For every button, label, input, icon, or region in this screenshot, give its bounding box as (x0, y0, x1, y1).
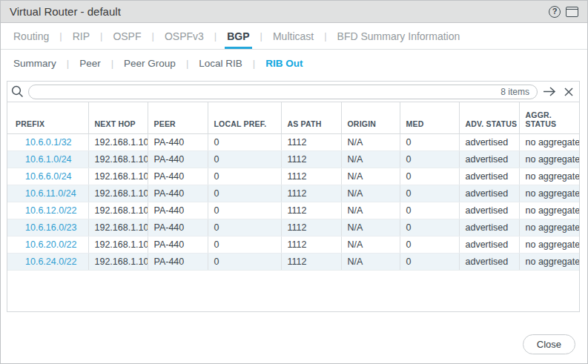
cell-local-pref: 0 (208, 185, 281, 202)
cell-adv-status: advertised (459, 185, 519, 202)
cell-aggr-status: no aggregate (519, 219, 579, 236)
cell-adv-status: advertised (459, 236, 519, 253)
cell-origin: N/A (341, 150, 400, 168)
table-row: 10.6.11.0/24192.168.1.10PA-44001112N/A0a… (7, 185, 579, 202)
cell-peer: PA-440 (148, 150, 208, 168)
cell-as-path: 1112 (281, 236, 341, 253)
cell-prefix: 10.6.0.1/32 (7, 133, 88, 150)
window-dock-icon[interactable] (566, 7, 578, 17)
cell-med: 0 (400, 168, 459, 185)
prefix-link[interactable]: 10.6.11.0/24 (25, 188, 76, 199)
tab-separator: | (214, 23, 217, 49)
dialog-title: Virtual Router - default (10, 5, 549, 18)
filter-bar: 8 items (7, 82, 579, 102)
cell-aggr-status: no aggregate (519, 185, 579, 202)
tab-separator: | (59, 23, 62, 49)
cell-as-path: 1112 (281, 202, 341, 219)
cell-peer: PA-440 (148, 219, 208, 236)
column-header-med[interactable]: MED (400, 102, 459, 133)
cell-peer: PA-440 (148, 185, 208, 202)
tab-bgp[interactable]: BGP (225, 23, 251, 49)
column-header-adv-status[interactable]: ADV. STATUS (459, 102, 519, 133)
cell-local-pref: 0 (208, 150, 281, 168)
cell-prefix: 10.6.6.0/24 (7, 168, 88, 185)
cell-med: 0 (400, 202, 459, 219)
cell-as-path: 1112 (281, 150, 341, 168)
tab-multicast[interactable]: Multicast (271, 23, 316, 49)
subtabs: Summary|Peer|Peer Group|Local RIB|RIB Ou… (1, 50, 587, 76)
cell-med: 0 (400, 150, 459, 168)
search-input[interactable] (29, 85, 537, 99)
help-icon[interactable]: ? (549, 6, 561, 18)
titlebar: Virtual Router - default ? (1, 1, 587, 23)
prefix-link[interactable]: 10.6.24.0/22 (25, 257, 77, 267)
prefix-link[interactable]: 10.6.20.0/22 (25, 239, 77, 250)
column-header-origin[interactable]: ORIGIN (341, 102, 400, 133)
tab-routing[interactable]: Routing (11, 23, 51, 49)
cell-as-path: 1112 (281, 185, 341, 202)
rib-out-table: PREFIXNEXT HOPPEERLOCAL PREF.AS PATHORIG… (7, 102, 579, 271)
cell-med: 0 (400, 219, 459, 236)
cell-local-pref: 0 (208, 202, 281, 219)
cell-peer: PA-440 (148, 236, 208, 253)
subtab-separator: | (186, 58, 188, 69)
tab-rip[interactable]: RIP (70, 23, 92, 49)
cell-local-pref: 0 (208, 133, 281, 150)
column-header-peer[interactable]: PEER (148, 102, 208, 133)
virtual-router-dialog: Virtual Router - default ? Routing|RIP|O… (0, 0, 588, 364)
cell-origin: N/A (341, 133, 400, 150)
cell-as-path: 1112 (281, 168, 341, 185)
prefix-link[interactable]: 10.6.1.0/24 (25, 154, 72, 165)
cell-aggr-status: no aggregate (519, 202, 579, 219)
clear-filter-icon[interactable] (562, 86, 575, 98)
prefix-link[interactable]: 10.6.6.0/24 (25, 171, 72, 182)
table-row: 10.6.20.0/22192.168.1.10PA-44001112N/A0a… (7, 236, 579, 253)
apply-filter-arrow-icon[interactable] (541, 85, 558, 98)
table-scroll-area[interactable]: PREFIXNEXT HOPPEERLOCAL PREF.AS PATHORIG… (7, 102, 579, 311)
cell-peer: PA-440 (148, 168, 208, 185)
tab-ospfv3[interactable]: OSPFv3 (162, 23, 206, 49)
cell-next-hop: 192.168.1.10 (88, 236, 148, 253)
cell-med: 0 (400, 253, 459, 270)
cell-aggr-status: no aggregate (519, 168, 579, 185)
cell-next-hop: 192.168.1.10 (88, 253, 148, 270)
cell-origin: N/A (341, 253, 400, 270)
cell-as-path: 1112 (281, 133, 341, 150)
subtab-peer[interactable]: Peer (77, 58, 103, 69)
close-button[interactable]: Close (523, 334, 575, 354)
subtab-separator: | (253, 58, 255, 69)
cell-origin: N/A (341, 219, 400, 236)
table-row: 10.6.24.0/22192.168.1.10PA-44001112N/A0a… (7, 253, 579, 270)
column-header-next-hop[interactable]: NEXT HOP (88, 102, 148, 133)
tab-bfd-summary-information[interactable]: BFD Summary Information (335, 23, 463, 49)
cell-adv-status: advertised (459, 219, 519, 236)
cell-aggr-status: no aggregate (519, 150, 579, 168)
cell-next-hop: 192.168.1.10 (88, 168, 148, 185)
subtab-rib-out[interactable]: RIB Out (263, 58, 305, 69)
cell-next-hop: 192.168.1.10 (88, 219, 148, 236)
tab-separator: | (100, 23, 102, 49)
cell-next-hop: 192.168.1.10 (88, 185, 148, 202)
subtab-summary[interactable]: Summary (11, 58, 59, 69)
column-header-prefix[interactable]: PREFIX (7, 102, 88, 133)
subtab-local-rib[interactable]: Local RIB (196, 58, 245, 69)
subtab-peer-group[interactable]: Peer Group (122, 58, 178, 69)
cell-local-pref: 0 (208, 236, 281, 253)
prefix-link[interactable]: 10.6.16.0/23 (25, 222, 77, 233)
cell-origin: N/A (341, 236, 400, 253)
column-header-local-pref[interactable]: LOCAL PREF. (208, 102, 281, 133)
prefix-link[interactable]: 10.6.0.1/32 (25, 137, 72, 148)
cell-peer: PA-440 (148, 253, 208, 270)
table-row: 10.6.12.0/22192.168.1.10PA-44001112N/A0a… (7, 202, 579, 219)
column-header-aggr-status[interactable]: AGGR. STATUS (519, 102, 579, 133)
cell-prefix: 10.6.12.0/22 (7, 202, 88, 219)
prefix-link[interactable]: 10.6.12.0/22 (25, 205, 77, 216)
tab-ospf[interactable]: OSPF (110, 23, 143, 49)
cell-peer: PA-440 (148, 202, 208, 219)
cell-local-pref: 0 (208, 168, 281, 185)
cell-med: 0 (400, 236, 459, 253)
cell-origin: N/A (341, 202, 400, 219)
table-row: 10.6.0.1/32192.168.1.10PA-44001112N/A0ad… (7, 133, 579, 150)
column-header-as-path[interactable]: AS PATH (281, 102, 341, 133)
cell-as-path: 1112 (281, 253, 341, 270)
